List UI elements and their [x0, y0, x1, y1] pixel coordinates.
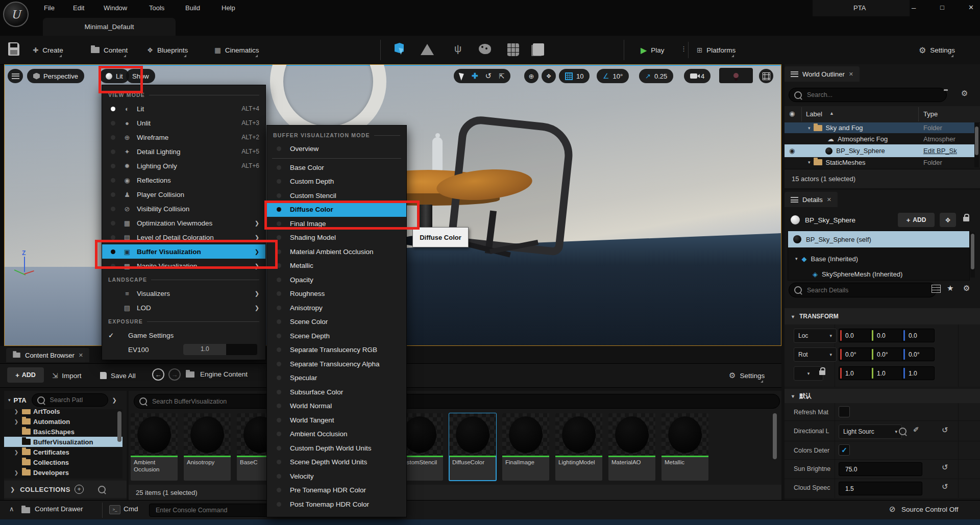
- save-icon[interactable]: [8, 42, 19, 56]
- scale-z-field[interactable]: 1.0: [902, 366, 935, 380]
- buffer-item-overview[interactable]: Overview: [267, 142, 406, 156]
- buffer-item[interactable]: Subsurface Color: [267, 385, 406, 399]
- menu-edit[interactable]: Edit: [73, 4, 84, 12]
- browse-search-icon[interactable]: [899, 428, 906, 435]
- surface-snap-button[interactable]: ✥: [542, 69, 556, 83]
- chevron-up-icon[interactable]: ∧: [9, 505, 14, 513]
- path-search[interactable]: [32, 393, 108, 407]
- buffer-item[interactable]: Scene Depth World Units: [267, 455, 406, 469]
- outliner-row-staticmeshes[interactable]: ▾ StaticMeshes Folder: [785, 157, 974, 167]
- menu-item-lod[interactable]: ▤LOD❯: [102, 301, 265, 315]
- root-folder[interactable]: PTA: [14, 396, 27, 404]
- details-search-input[interactable]: [806, 286, 931, 294]
- details-search[interactable]: [789, 283, 937, 297]
- buffer-item[interactable]: Metallic: [267, 259, 406, 273]
- menu-help[interactable]: Help: [222, 4, 235, 12]
- tree-scrollbar[interactable]: [117, 411, 121, 442]
- play-button[interactable]: ▶ Play: [641, 41, 665, 59]
- buffer-item[interactable]: Custom Depth: [267, 174, 406, 189]
- folder-row-arttools[interactable]: ❯ArtTools: [4, 409, 122, 416]
- asset-tile[interactable]: LightingModel: [555, 413, 602, 481]
- location-dropdown[interactable]: Loc▾: [794, 329, 837, 343]
- eye-icon[interactable]: ◉: [789, 147, 795, 155]
- favorites-star-icon[interactable]: ★: [947, 284, 953, 293]
- select-mode-icon[interactable]: [395, 43, 408, 56]
- ev100-slider[interactable]: 1.0: [183, 344, 257, 355]
- close-icon[interactable]: ✕: [79, 352, 83, 359]
- cinematics-button[interactable]: ▦ Cinematics: [214, 41, 259, 59]
- buffer-item[interactable]: Pre Tonemap HDR Color: [267, 483, 406, 497]
- angle-snap-button[interactable]: ∠ 10°: [597, 69, 629, 83]
- menu-item-optimization-viewmodes[interactable]: ▦Optimization Viewmodes❯: [102, 216, 265, 230]
- lit-button[interactable]: Lit: [100, 69, 129, 83]
- component-row-mesh[interactable]: ◈ SkySphereMesh (Inherited): [788, 267, 969, 281]
- asset-tile[interactable]: Ambient Occlusion: [131, 413, 178, 481]
- component-row-self[interactable]: BP_Sky_Sphere (self): [788, 231, 969, 247]
- close-icon[interactable]: ✕: [827, 196, 831, 203]
- details-tab[interactable]: Details ✕: [785, 192, 838, 207]
- asset-tile[interactable]: Anisotropy: [184, 413, 231, 481]
- console-input[interactable]: [155, 506, 277, 514]
- eyedropper-icon[interactable]: ✐: [913, 426, 919, 434]
- folder-row-certificates[interactable]: ❯Certificates: [4, 447, 122, 457]
- sun-brightness-field[interactable]: 75.0: [839, 462, 922, 476]
- buffer-item[interactable]: Custom Stencil: [267, 189, 406, 203]
- display-filter-icon[interactable]: [932, 285, 941, 293]
- buffer-item[interactable]: World Tangent: [267, 413, 406, 428]
- eye-icon[interactable]: ◉: [789, 110, 795, 117]
- menu-item-lit[interactable]: ◐LitALT+4: [102, 102, 265, 116]
- console-input-wrap[interactable]: [149, 504, 283, 517]
- menu-item-game-settings[interactable]: ✓Game Settings: [102, 328, 265, 342]
- asset-tile-selected[interactable]: DiffuseColor: [449, 413, 496, 481]
- collections-bar[interactable]: ❯ COLLECTIONS +: [4, 481, 127, 498]
- platforms-button[interactable]: ⊞ Platforms: [697, 41, 736, 59]
- collections-search-icon[interactable]: [98, 486, 106, 493]
- buffer-item[interactable]: Final Image: [267, 217, 406, 231]
- rotate-tool-icon[interactable]: ↺: [485, 71, 492, 81]
- reset-icon[interactable]: ↺: [942, 482, 948, 491]
- buffer-item[interactable]: World Normal: [267, 399, 406, 413]
- buffer-item[interactable]: Specular: [267, 371, 406, 385]
- maximize-button[interactable]: □: [940, 4, 944, 11]
- show-button[interactable]: Show: [126, 69, 155, 83]
- outliner-search[interactable]: [789, 88, 947, 102]
- import-button[interactable]: ⇲ Import: [52, 367, 82, 384]
- close-button[interactable]: ✕: [968, 4, 974, 11]
- add-component-button[interactable]: + ADD: [898, 213, 935, 227]
- play-options-kebab-icon[interactable]: ⋮: [680, 45, 687, 53]
- reset-icon[interactable]: ↺: [942, 426, 948, 435]
- blueprints-button[interactable]: ❖ Blueprints: [147, 41, 188, 59]
- menu-item-unlit[interactable]: ●UnlitALT+3: [102, 116, 265, 130]
- menu-item-nanite-visualization[interactable]: ▩Nanite Visualization❯: [102, 259, 265, 273]
- grid-snap-button[interactable]: 10: [559, 69, 590, 83]
- cloud-speed-field[interactable]: 1.5: [839, 482, 922, 495]
- buffer-item[interactable]: Base Color: [267, 161, 406, 175]
- path-search-input[interactable]: [49, 396, 92, 404]
- loc-z-field[interactable]: 0.0: [902, 329, 935, 342]
- buffer-item[interactable]: Ambient Occlusion: [267, 427, 406, 441]
- menu-item-lod-coloration[interactable]: ▤Level of Detail Coloration❯: [102, 230, 265, 244]
- forward-icon[interactable]: →: [168, 368, 181, 381]
- perspective-button[interactable]: Perspective: [27, 69, 84, 83]
- menu-item-player-collision[interactable]: ♟Player Collision: [102, 187, 265, 202]
- details-settings-gear-icon[interactable]: ⚙: [963, 284, 970, 293]
- chevron-down-icon[interactable]: ▾: [8, 397, 11, 403]
- move-tool-icon[interactable]: ✚: [472, 71, 478, 81]
- menu-item-visualizers[interactable]: ≡Visualizers❯: [102, 286, 265, 301]
- menu-tools[interactable]: Tools: [149, 4, 164, 12]
- refresh-material-checkbox[interactable]: [839, 406, 850, 417]
- outliner-settings-gear-icon[interactable]: ⚙: [961, 89, 968, 98]
- folder-row-developers[interactable]: ❯Developers: [4, 467, 122, 478]
- assets-scrollbar[interactable]: [773, 413, 777, 459]
- buffer-item[interactable]: Roughness: [267, 287, 406, 301]
- minimize-button[interactable]: –: [912, 3, 916, 12]
- menu-item-buffer-visualization[interactable]: ▣Buffer Visualization❯: [102, 244, 265, 259]
- asset-tile[interactable]: MaterialAO: [608, 413, 655, 481]
- buffer-item[interactable]: Anisotropy: [267, 301, 406, 315]
- world-outliner-tab[interactable]: World Outliner ✕: [785, 66, 860, 82]
- chevron-down-icon[interactable]: ▾: [808, 126, 811, 131]
- asset-search[interactable]: [134, 394, 780, 409]
- buffer-item[interactable]: Opacity: [267, 273, 406, 287]
- outliner-scrollbar[interactable]: [974, 122, 979, 167]
- landscape-mode-icon[interactable]: [421, 44, 434, 55]
